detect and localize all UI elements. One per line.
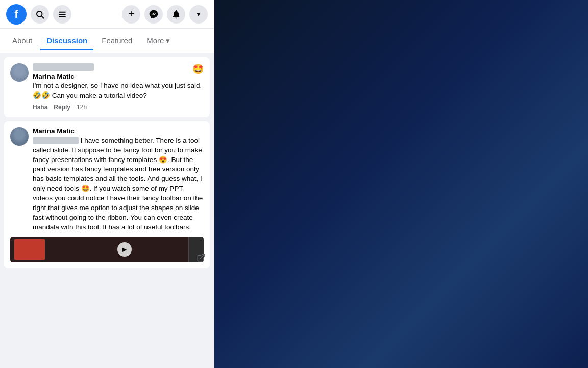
right-panel: [214, 0, 588, 368]
nav-icons-right: + ▼: [122, 5, 208, 24]
reaction-emoji: 🤩: [192, 63, 204, 75]
svg-line-5: [201, 254, 205, 258]
comment-card: Marina Matic I have something better. Th…: [4, 121, 210, 268]
video-thumbnail[interactable]: ▶: [10, 237, 204, 262]
share-icon[interactable]: [197, 253, 206, 264]
comment-card: Marina Matic I'm not a designer, so I ha…: [4, 57, 210, 117]
comment-time: 12h: [77, 104, 87, 111]
left-panel: f +: [0, 0, 214, 368]
create-button[interactable]: +: [122, 5, 140, 24]
svg-line-1: [41, 16, 43, 18]
menu-button[interactable]: [53, 5, 71, 24]
search-button[interactable]: [31, 5, 49, 24]
avatar: [10, 63, 29, 82]
tab-about[interactable]: About: [6, 31, 38, 50]
play-button[interactable]: ▶: [117, 242, 132, 257]
comments-feed: Marina Matic I'm not a designer, so I ha…: [0, 53, 214, 368]
menu-icon: [58, 10, 67, 19]
top-nav: f +: [0, 0, 214, 29]
tab-discussion[interactable]: Discussion: [40, 31, 93, 50]
tab-navigation: About Discussion Featured More ▾: [0, 29, 214, 53]
commenter-name: Marina Matic: [33, 127, 204, 135]
haha-action[interactable]: Haha: [33, 104, 47, 111]
facebook-logo[interactable]: f: [6, 4, 27, 25]
tab-more[interactable]: More ▾: [140, 31, 176, 51]
tab-featured[interactable]: Featured: [95, 31, 138, 50]
messenger-button[interactable]: [144, 5, 163, 24]
messenger-icon: [149, 9, 159, 19]
svg-rect-4: [59, 16, 66, 17]
blurred-mention: [33, 137, 79, 144]
comment-body: Marina Matic I have something better. Th…: [33, 127, 204, 233]
video-thumb-inner: ▶: [10, 237, 204, 262]
notifications-button[interactable]: [167, 5, 185, 24]
reply-action[interactable]: Reply: [54, 104, 70, 111]
comment-text: I have something better. There is a tool…: [33, 136, 204, 233]
comment-body: Marina Matic I'm not a designer, so I ha…: [33, 63, 204, 111]
comment-header: Marina Matic I have something better. Th…: [10, 127, 204, 233]
blurred-name: [33, 63, 94, 71]
svg-rect-2: [59, 11, 66, 12]
account-button[interactable]: ▼: [189, 5, 208, 24]
comment-header: Marina Matic I'm not a designer, so I ha…: [10, 63, 204, 111]
search-icon: [35, 10, 44, 19]
comment-actions: Haha Reply 12h: [33, 104, 204, 111]
comment-text: I'm not a designer, so I have no idea wh…: [33, 81, 204, 101]
chevron-down-icon: ▾: [166, 36, 170, 45]
commenter-name: Marina Matic: [33, 73, 204, 80]
bell-icon: [171, 9, 181, 19]
svg-rect-3: [59, 14, 66, 15]
avatar: [10, 127, 29, 146]
